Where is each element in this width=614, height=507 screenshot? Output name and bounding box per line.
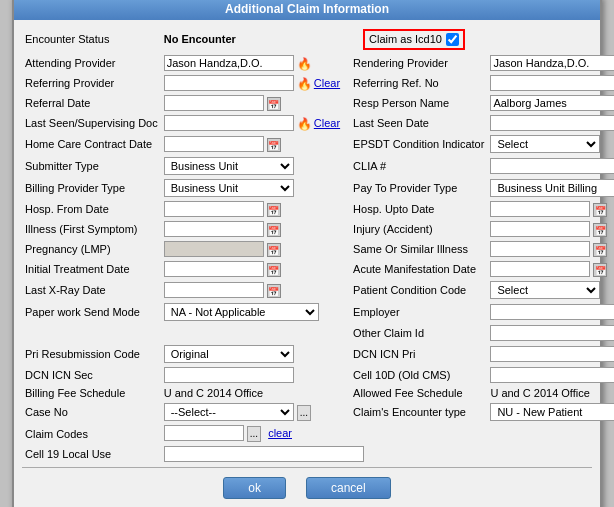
clear-claim-codes-link[interactable]: clear [268,427,292,439]
epsdt-label: EPSDT Condition Indicator [343,133,487,155]
hosp-upto-cal-icon[interactable]: 📅 [593,203,607,217]
patient-condition-label: Patient Condition Code [343,279,487,301]
hosp-from-label: Hosp. From Date [22,199,161,219]
ok-button[interactable]: ok [223,477,286,499]
initial-treatment-input[interactable] [164,261,264,277]
dcn-icn-pri-input[interactable] [490,346,614,362]
paperwork-cell: NA - Not Applicable BY - Bypass EL - Ele… [161,301,343,323]
last-seen-row: Last Seen/Supervising Doc 🔥 Clear Last S… [22,113,614,133]
hosp-upto-label: Hosp. Upto Date [343,199,487,219]
resp-person-input[interactable] [490,95,614,111]
clear-referring-link[interactable]: Clear [314,77,340,89]
referring-provider-row: Referring Provider 🔥 Clear Referring Ref… [22,73,614,93]
paperwork-employer-row: Paper work Send Mode NA - Not Applicable… [22,301,614,323]
case-no-select[interactable]: --Select-- [164,403,294,421]
injury-cell: 📅 [487,219,614,239]
referring-provider-input[interactable] [164,75,294,91]
pri-resubmission-select[interactable]: Original Replacement Void [164,345,294,363]
fee-schedule-row: Billing Fee Schedule U and C 2014 Office… [22,385,614,401]
claim-codes-browse-btn[interactable]: ... [247,426,261,442]
referring-ref-cell [487,73,614,93]
last-xray-cell: 📅 [161,279,343,301]
cell-10d-input[interactable] [490,367,614,383]
pregnancy-label: Pregnancy (LMP) [22,239,161,259]
last-seen-fire-icon[interactable]: 🔥 [297,117,311,131]
hosp-upto-input[interactable] [490,201,590,217]
referring-provider-label: Referring Provider [22,73,161,93]
encounter-status-label: Encounter Status [22,26,161,53]
treatment-dates-row: Initial Treatment Date 📅 Acute Manifesta… [22,259,614,279]
last-seen-date-input[interactable] [490,115,614,131]
epsdt-select[interactable]: Select Yes No Not Applicable [490,135,600,153]
dcn-icn-sec-input[interactable] [164,367,294,383]
same-similar-cal-icon[interactable]: 📅 [593,243,607,257]
referring-fire-icon[interactable]: 🔥 [297,77,311,91]
billing-provider-select[interactable]: Business Unit Individual [164,179,294,197]
claim-codes-input[interactable] [164,425,244,441]
employer-input[interactable] [490,304,614,320]
acute-manifestation-cal-icon[interactable]: 📅 [593,263,607,277]
attending-provider-cell: 🔥 [161,53,343,73]
rendering-provider-input[interactable] [490,55,614,71]
attending-provider-icon[interactable]: 🔥 [297,57,311,71]
patient-condition-select[interactable]: Select Employment Auto Accident Other [490,281,600,299]
referral-date-input[interactable] [164,95,264,111]
same-similar-cell: 📅 [487,239,614,259]
other-claim-cell [487,323,614,343]
clear-last-seen-link[interactable]: Clear [314,117,340,129]
injury-cal-icon[interactable]: 📅 [593,223,607,237]
other-claim-input[interactable] [490,325,614,341]
form-table: Encounter Status No Encounter Claim as I… [22,26,614,465]
clia-input[interactable] [490,158,614,174]
rendering-provider-label: Rendering Provider [343,53,487,73]
attending-provider-label: Attending Provider [22,53,161,73]
resubmission-row: Pri Resubmission Code Original Replaceme… [22,343,614,365]
acute-manifestation-input[interactable] [490,261,590,277]
last-seen-input[interactable] [164,115,294,131]
cell19-input[interactable] [164,446,364,462]
last-xray-input[interactable] [164,282,264,298]
resp-person-cell [487,93,614,113]
billing-provider-label: Billing Provider Type [22,177,161,199]
home-care-cal-icon[interactable]: 📅 [267,138,281,152]
illness-cell: 📅 [161,219,343,239]
other-claim-label: Other Claim Id [343,323,487,343]
acute-manifestation-label: Acute Manifestation Date [343,259,487,279]
hosp-from-input[interactable] [164,201,264,217]
referring-provider-cell: 🔥 Clear [161,73,343,93]
claim-encounter-select[interactable]: NU - New Patient ES - Established [490,403,614,421]
initial-treatment-cal-icon[interactable]: 📅 [267,263,281,277]
pay-to-provider-select[interactable]: Business Unit Billing Individual [490,179,614,197]
same-similar-label: Same Or Similar Illness [343,239,487,259]
last-seen-date-label: Last Seen Date [343,113,487,133]
attending-provider-input[interactable] [164,55,294,71]
paperwork-select[interactable]: NA - Not Applicable BY - Bypass EL - Ele… [164,303,319,321]
illness-input[interactable] [164,221,264,237]
submitter-type-select[interactable]: Business Unit Individual [164,157,294,175]
cell19-label: Cell 19 Local Use [22,444,161,464]
last-xray-cal-icon[interactable]: 📅 [267,284,281,298]
cancel-button[interactable]: cancel [306,477,391,499]
illness-cal-icon[interactable]: 📅 [267,223,281,237]
claim-encounter-cell: NU - New Patient ES - Established [487,401,614,423]
hosp-from-cal-icon[interactable]: 📅 [267,203,281,217]
home-care-label: Home Care Contract Date [22,133,161,155]
injury-input[interactable] [490,221,590,237]
claim-icd10-checkbox[interactable] [446,33,459,46]
button-area: ok cancel [22,471,592,503]
xray-condition-row: Last X-Ray Date 📅 Patient Condition Code… [22,279,614,301]
pregnancy-input[interactable] [164,241,264,257]
referral-date-cell: 📅 [161,93,343,113]
same-similar-input[interactable] [490,241,590,257]
referring-ref-input[interactable] [490,75,614,91]
referral-date-calendar-icon[interactable]: 📅 [267,97,281,111]
case-no-browse-btn[interactable]: ... [297,405,311,421]
form-divider [22,467,592,468]
pregnancy-cell: 📅 [161,239,343,259]
attending-provider-row: Attending Provider 🔥 Rendering Provider … [22,53,614,73]
cell19-row: Cell 19 Local Use [22,444,614,464]
claim-encounter-label: Claim's Encounter type [343,401,487,423]
dcn-sec-row: DCN ICN Sec Cell 10D (Old CMS) [22,365,614,385]
home-care-input[interactable] [164,136,264,152]
pregnancy-cal-icon[interactable]: 📅 [267,243,281,257]
